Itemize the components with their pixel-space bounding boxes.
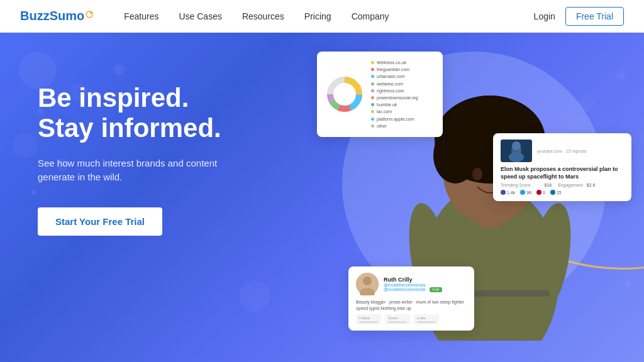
trending-badge: Trending Score $18 Engagement $2.6 bbox=[501, 183, 624, 187]
trending-thumbnail bbox=[501, 140, 532, 162]
hero-section: Be inspired. Stay informed. See how much… bbox=[0, 33, 644, 362]
follow-stat: Follow bbox=[356, 314, 381, 324]
header: BuzzSumo Features Use Cases Resources Pr… bbox=[0, 0, 644, 33]
main-nav: Features Use Cases Resources Pricing Com… bbox=[124, 11, 533, 21]
svg-point-1 bbox=[90, 11, 92, 14]
influencer-avatar bbox=[356, 273, 379, 295]
svg-point-28 bbox=[363, 277, 372, 285]
login-button[interactable]: Login bbox=[534, 11, 555, 21]
free-trial-header-button[interactable]: Free Trial bbox=[565, 7, 624, 26]
nav-use-cases[interactable]: Use Cases bbox=[179, 11, 221, 21]
svg-point-22 bbox=[333, 83, 356, 106]
hero-subtext: See how much interest brands and content… bbox=[38, 156, 252, 185]
nav-company[interactable]: Company bbox=[352, 11, 389, 21]
donut-chart bbox=[326, 75, 364, 113]
nav-pricing[interactable]: Pricing bbox=[304, 11, 331, 21]
trending-source: youtube.com · 23 reposts bbox=[537, 149, 587, 153]
chart-legend: Wellness.co.uk theguardian.com urbanado.… bbox=[371, 59, 418, 129]
logo[interactable]: BuzzSumo bbox=[20, 9, 94, 23]
hero-content: Be inspired. Stay informed. See how much… bbox=[38, 83, 252, 236]
trending-stats: 1.4k 96 0 15 bbox=[501, 190, 624, 195]
score-stat: Score bbox=[385, 314, 410, 324]
svg-point-13 bbox=[472, 168, 482, 180]
influencer-handle: @modelrecommends · @modelrecommends TOP bbox=[384, 283, 467, 292]
links-stat: Links bbox=[414, 314, 439, 324]
start-trial-button[interactable]: Start Your Free Trial bbox=[38, 207, 162, 236]
headline-line1: Be inspired. bbox=[38, 83, 189, 112]
logo-icon bbox=[85, 10, 94, 19]
hero-headline: Be inspired. Stay informed. bbox=[38, 83, 252, 144]
influencer-stats: Follow Score Links bbox=[356, 314, 467, 324]
nav-resources[interactable]: Resources bbox=[242, 11, 284, 21]
influencer-badge: TOP bbox=[430, 287, 442, 292]
influencer-card: Ruth Crilly @modelrecommends · @modelrec… bbox=[348, 266, 474, 331]
logo-text: BuzzSumo bbox=[20, 9, 84, 23]
nav-features[interactable]: Features bbox=[124, 11, 158, 21]
trending-title: Elon Musk proposes a controversial plan … bbox=[501, 166, 624, 180]
svg-point-25 bbox=[512, 141, 521, 150]
thumbnail-image bbox=[501, 140, 532, 162]
avatar-image bbox=[356, 273, 379, 295]
influencer-bio: Beauty blogger · prose-writer · mum of t… bbox=[356, 299, 467, 312]
svg-point-26 bbox=[509, 152, 524, 162]
trending-card: youtube.com · 23 reposts Elon Musk propo… bbox=[493, 133, 631, 201]
header-actions: Login Free Trial bbox=[534, 7, 624, 26]
headline-line2: Stay informed. bbox=[38, 113, 221, 143]
hero-visual: Wellness.co.uk theguardian.com urbanado.… bbox=[254, 33, 644, 362]
chart-card: Wellness.co.uk theguardian.com urbanado.… bbox=[317, 52, 443, 137]
influencer-name: Ruth Crilly bbox=[384, 277, 467, 283]
